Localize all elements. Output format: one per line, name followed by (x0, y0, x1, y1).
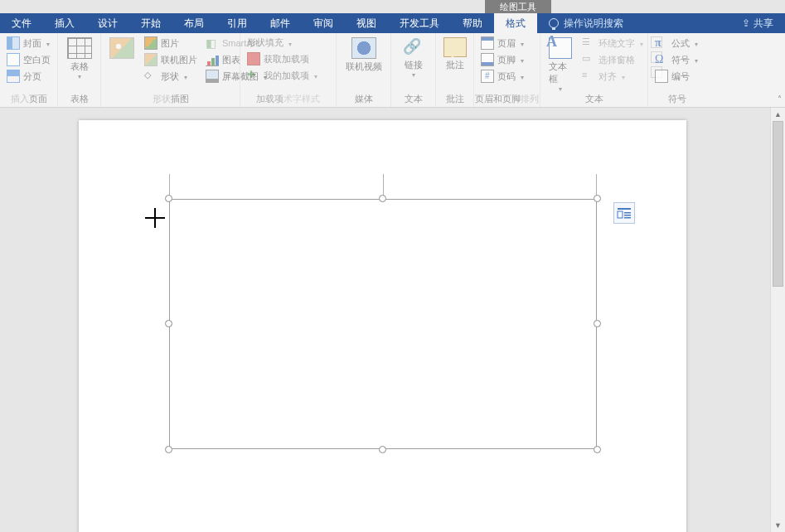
symbol-button[interactable]: 符号 (653, 52, 701, 67)
resize-handle-bottom-left[interactable] (165, 446, 172, 453)
shape-fill-button[interactable]: 形状填充 (245, 36, 331, 50)
group-shape-styles-overlay: 形状填充 获取加载项 我的加载项 加载项术字样式 (240, 33, 337, 107)
pagenum-icon (481, 70, 494, 83)
group-symbols: 公式 符号 编号 符号 (648, 33, 706, 107)
link-label: 链接 (405, 59, 423, 71)
tab-help[interactable]: 帮助 (451, 13, 494, 33)
insert-shape-hint: 插入 (11, 94, 29, 104)
store-icon (247, 52, 260, 65)
tab-format[interactable]: 格式 (494, 13, 537, 33)
group-tables: 表格 ▾ 表格 (58, 33, 101, 107)
vertical-scrollbar[interactable]: ▲ ▼ (770, 108, 785, 532)
align-button[interactable]: ≡对齐 (580, 69, 645, 84)
cover-page-button[interactable]: 封面 (5, 36, 52, 51)
tab-file[interactable]: 文件 (0, 13, 43, 33)
comment-button[interactable]: 批注 (441, 36, 468, 73)
shape-rectangle[interactable] (169, 199, 597, 449)
tab-design[interactable]: 设计 (86, 13, 129, 33)
collapse-ribbon-button[interactable]: ˄ (778, 94, 782, 104)
wrap-label: 环绕文字 (598, 37, 635, 50)
share-button[interactable]: 共享 (742, 17, 773, 31)
resize-handle-bottom[interactable] (379, 446, 386, 453)
tab-view[interactable]: 视图 (345, 13, 388, 33)
tab-mailings[interactable]: 邮件 (259, 13, 302, 33)
tables-group-label: 表格 (58, 93, 100, 105)
video-icon (351, 37, 376, 59)
contextual-tab-drawing-tools: 绘图工具 (485, 0, 551, 13)
online-pictures-button[interactable] (106, 36, 138, 84)
tell-me-search[interactable]: 操作说明搜索 (537, 17, 635, 31)
group-text: 文本框 ▾ ☰环绕文字 ▭选择窗格 ≡对齐 文本 (540, 33, 648, 107)
link-button[interactable]: 链接 ▾ (396, 36, 430, 80)
svg-rect-2 (624, 212, 631, 214)
shapes-button[interactable]: ◇形状 (143, 69, 199, 84)
share-icon (742, 17, 750, 29)
smartart-icon (206, 36, 219, 50)
scroll-up-button[interactable]: ▲ (771, 108, 785, 121)
share-label: 共享 (754, 17, 773, 31)
tab-review[interactable]: 审阅 (302, 13, 345, 33)
comments-group-label: 批注 (436, 93, 473, 105)
my-addins-icon (247, 69, 260, 82)
number-button[interactable]: 编号 (653, 69, 701, 84)
page-number-button[interactable]: 页码 (479, 69, 535, 84)
align-icon: ≡ (582, 70, 595, 83)
tab-developer[interactable]: 开发工具 (388, 13, 451, 33)
scroll-track[interactable] (771, 121, 785, 519)
selpane-label: 选择窗格 (598, 54, 635, 66)
pictures-button[interactable]: 图片 (143, 36, 199, 51)
scroll-down-button[interactable]: ▼ (771, 519, 785, 532)
resize-handle-top-right[interactable] (594, 195, 601, 202)
page-break-button[interactable]: 分页 (5, 69, 52, 84)
scroll-thumb[interactable] (773, 121, 783, 287)
group-illustrations: 图片 联机图片 ◇形状 SmartArt 图表 屏幕截图 形状插图 (101, 33, 240, 107)
table-icon (67, 37, 92, 59)
header-button[interactable]: 页眉 (479, 36, 535, 51)
wrap-text-button[interactable]: ☰环绕文字 (580, 36, 645, 51)
textbox-button[interactable]: 文本框 ▾ (545, 36, 575, 94)
cover-page-icon (7, 36, 20, 50)
tab-insert[interactable]: 插入 (43, 13, 86, 33)
screenshot-icon (206, 70, 219, 83)
resize-handle-bottom-right[interactable] (594, 446, 601, 453)
text-group-label: 文本 (540, 93, 647, 105)
svg-rect-4 (624, 217, 631, 219)
tab-references[interactable]: 引用 (216, 13, 259, 33)
my-addins-button[interactable]: 我的加载项 (245, 68, 331, 83)
shapes-icon: ◇ (144, 70, 157, 83)
equation-button[interactable]: 公式 (653, 36, 701, 51)
group-links: 链接 ▾ 文本 (391, 33, 436, 107)
selection-pane-button[interactable]: ▭选择窗格 (580, 52, 645, 67)
tab-layout[interactable]: 布局 (172, 13, 216, 33)
addins-group-label: 加载项 (256, 94, 283, 104)
number-icon (655, 70, 668, 83)
footer-label: 页脚 (497, 54, 516, 66)
table-button[interactable]: 表格 ▾ (63, 36, 95, 81)
page-break-label: 分页 (23, 70, 41, 83)
group-pages: 封面 空白页 分页 插入页面 (0, 33, 58, 107)
pictures-label: 图片 (161, 37, 179, 50)
online-pictures-icon (109, 37, 134, 59)
svg-rect-1 (618, 211, 623, 218)
tab-home[interactable]: 开始 (129, 13, 172, 33)
footer-button[interactable]: 页脚 (479, 52, 535, 67)
symbols-group-label: 符号 (648, 93, 706, 105)
resize-handle-right[interactable] (594, 320, 601, 327)
online-video-button[interactable]: 联机视频 (342, 36, 385, 75)
online-pictures-label-button[interactable]: 联机图片 (143, 52, 199, 67)
resize-handle-top-left[interactable] (165, 195, 172, 202)
resize-handle-left[interactable] (165, 320, 172, 327)
ribbon-tabbar: 文件 插入 设计 开始 布局 引用 邮件 审阅 视图 开发工具 帮助 格式 操作… (0, 13, 785, 33)
group-media: 联机视频 媒体 (337, 33, 391, 107)
shape-hint: 形状 (153, 94, 171, 104)
get-addins-button[interactable]: 获取加载项 (245, 51, 331, 66)
resize-handle-top[interactable] (379, 195, 386, 202)
links-group-label: 文本 (391, 93, 435, 105)
selpane-icon: ▭ (582, 53, 595, 66)
blank-page-button[interactable]: 空白页 (5, 52, 52, 67)
online-picture-icon (144, 53, 157, 66)
layout-options-button[interactable] (613, 202, 635, 224)
selected-shape[interactable] (169, 199, 597, 449)
tell-me-label: 操作说明搜索 (564, 17, 623, 31)
page-break-icon (7, 70, 20, 83)
